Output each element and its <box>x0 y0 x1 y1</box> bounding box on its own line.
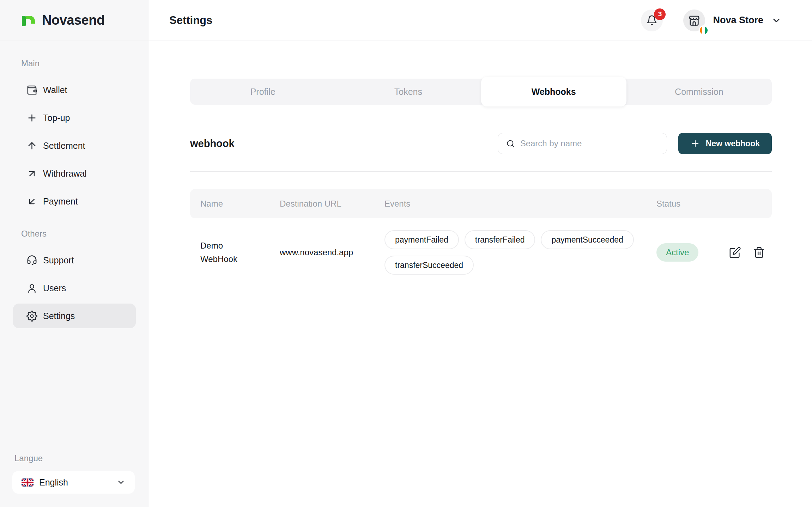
event-chip: paymentFailed <box>384 230 459 249</box>
column-header-events: Events <box>384 199 656 209</box>
sidebar-item-label: Support <box>43 255 74 265</box>
plus-icon <box>690 139 700 148</box>
arrow-up-icon <box>26 140 37 151</box>
storefront-icon <box>688 14 701 27</box>
sidebar-item-label: Settlement <box>43 141 85 151</box>
webhook-toolbar: webhook New webhook <box>190 133 772 154</box>
new-webhook-button-label: New webhook <box>706 139 760 148</box>
sidebar-item-support[interactable]: Support <box>13 248 136 273</box>
webhook-destination-url: www.novasend.app <box>280 248 384 257</box>
sidebar-item-top-up[interactable]: Top-up <box>13 105 136 130</box>
search-box <box>498 133 667 154</box>
account-menu[interactable]: Nova Store <box>672 10 782 31</box>
sidebar-item-label: Withdrawal <box>43 169 87 179</box>
webhook-name: Demo WebHook <box>200 239 257 266</box>
event-chip: transferFailed <box>465 230 535 249</box>
arrow-down-left-icon <box>26 196 37 207</box>
column-header-destination-url: Destination URL <box>280 199 384 209</box>
search-icon <box>506 139 515 148</box>
language-block: Langue English <box>12 453 135 494</box>
sidebar-item-label: Users <box>43 283 66 293</box>
delete-webhook-button[interactable] <box>752 246 766 259</box>
brand-logo: Novasend <box>0 0 149 41</box>
gear-icon <box>26 311 37 322</box>
app-window: Novasend Main Wallet Top-up Settle <box>0 0 812 507</box>
sidebar-item-label: Settings <box>43 311 75 321</box>
sidebar-item-settings[interactable]: Settings <box>13 304 136 328</box>
sidebar-item-label: Payment <box>43 196 78 207</box>
top-header: Settings 3 Nova Store <box>149 0 812 41</box>
chevron-down-icon <box>771 15 782 26</box>
sidebar: Novasend Main Wallet Top-up Settle <box>0 0 149 507</box>
webhook-heading: webhook <box>190 138 235 149</box>
table-row: Demo WebHook www.novasend.app paymentFai… <box>190 218 772 287</box>
main-content: Profile Tokens Webhooks Commission webho… <box>190 41 772 287</box>
event-chip: transferSucceeded <box>384 256 474 275</box>
chevron-down-icon <box>116 478 126 487</box>
divider <box>190 171 772 172</box>
column-header-name: Name <box>200 199 280 209</box>
wallet-icon <box>26 85 37 96</box>
notification-count-badge: 3 <box>654 8 666 20</box>
sidebar-item-payment[interactable]: Payment <box>13 189 136 214</box>
event-chip: paymentSucceeded <box>541 230 634 249</box>
trash-icon <box>753 246 765 258</box>
status-badge: Active <box>656 243 698 262</box>
tab-profile[interactable]: Profile <box>190 79 335 105</box>
webhooks-table: Name Destination URL Events Status Demo … <box>190 189 772 287</box>
user-icon <box>26 283 37 294</box>
headset-icon <box>26 255 37 266</box>
settings-tabs: Profile Tokens Webhooks Commission <box>190 79 772 105</box>
brand-name: Novasend <box>42 13 105 28</box>
sidebar-nav: Main Wallet Top-up Settlement <box>0 41 149 328</box>
plus-icon <box>26 112 37 123</box>
table-header: Name Destination URL Events Status <box>190 189 772 218</box>
tab-webhooks[interactable]: Webhooks <box>481 77 626 106</box>
tab-commission[interactable]: Commission <box>626 79 772 105</box>
sidebar-item-withdrawal[interactable]: Withdrawal <box>13 161 136 186</box>
header-actions: 3 Nova Store <box>641 10 782 31</box>
sidebar-item-label: Wallet <box>43 85 67 95</box>
avatar <box>683 10 705 31</box>
sidebar-item-users[interactable]: Users <box>13 276 136 300</box>
row-actions <box>728 246 779 259</box>
tab-tokens[interactable]: Tokens <box>335 79 481 105</box>
arrow-up-right-icon <box>26 168 37 179</box>
ivory-coast-flag-badge <box>699 25 709 35</box>
language-value: English <box>39 477 111 488</box>
search-input[interactable] <box>520 139 659 148</box>
webhook-events: paymentFailed transferFailed paymentSucc… <box>384 230 656 275</box>
sidebar-item-label: Top-up <box>43 113 70 123</box>
nav-section-others-label: Others <box>13 229 136 239</box>
sidebar-item-settlement[interactable]: Settlement <box>13 133 136 158</box>
new-webhook-button[interactable]: New webhook <box>678 133 772 154</box>
novasend-logo-icon <box>20 12 37 29</box>
nav-section-main-label: Main <box>13 59 136 68</box>
language-label: Langue <box>12 453 135 463</box>
sidebar-item-wallet[interactable]: Wallet <box>13 78 136 102</box>
edit-webhook-button[interactable] <box>728 246 742 259</box>
notifications-button[interactable]: 3 <box>641 10 663 31</box>
language-select[interactable]: English <box>12 471 135 494</box>
edit-icon <box>729 246 741 258</box>
page-title: Settings <box>169 14 212 27</box>
uk-flag-icon <box>22 478 34 487</box>
column-header-status: Status <box>656 199 728 209</box>
account-name: Nova Store <box>713 15 763 26</box>
